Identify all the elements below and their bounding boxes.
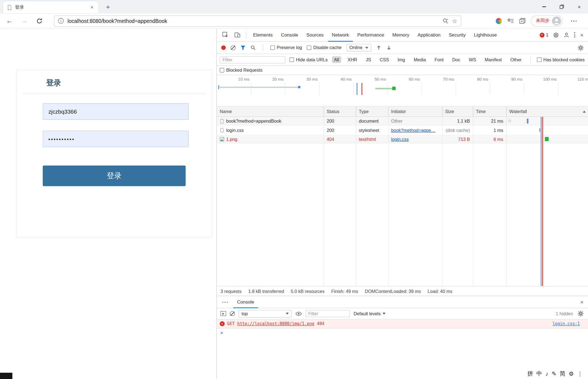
network-settings-gear-icon[interactable] bbox=[578, 45, 584, 51]
filter-font[interactable]: Font bbox=[432, 56, 446, 63]
ime-sound-icon[interactable]: ♪ bbox=[546, 371, 548, 377]
devtools-tab-application[interactable]: Application bbox=[414, 28, 444, 41]
error-url-link[interactable]: http://localhost:8080/img/1.png bbox=[237, 321, 314, 326]
search-sparkle-icon[interactable] bbox=[442, 18, 448, 24]
column-name[interactable]: Name bbox=[217, 107, 324, 116]
console-sidebar-icon[interactable] bbox=[220, 311, 226, 316]
devtools-tab-console[interactable]: Console bbox=[277, 28, 302, 41]
user-settings-icon[interactable] bbox=[564, 32, 569, 38]
network-request-row[interactable]: 1.png 404 text/html login.css 713 B 6 ms bbox=[217, 135, 588, 144]
preserve-log-checkbox[interactable] bbox=[270, 46, 275, 50]
devtools-tab-security[interactable]: Security bbox=[445, 28, 470, 41]
filter-doc[interactable]: Doc bbox=[450, 56, 463, 63]
tab-close-icon[interactable]: × bbox=[89, 5, 94, 10]
filter-other[interactable]: Other bbox=[508, 56, 524, 63]
timeline-label: 10 ms bbox=[227, 77, 249, 81]
filter-css[interactable]: CSS bbox=[377, 56, 391, 63]
throttling-select[interactable]: Online bbox=[347, 44, 372, 51]
devtools-close-icon[interactable]: × bbox=[580, 32, 583, 38]
error-source-link[interactable]: login.css:1 bbox=[552, 321, 585, 326]
profile-button[interactable]: 未同步 bbox=[531, 15, 563, 26]
devtools-tab-performance[interactable]: Performance bbox=[354, 28, 388, 41]
ime-pen-icon[interactable]: ✎ bbox=[552, 370, 556, 377]
drawer-menu-icon[interactable]: ··· bbox=[219, 299, 232, 305]
hide-data-urls-checkbox[interactable] bbox=[290, 57, 294, 62]
ime-pinyin-icon[interactable]: 拼 bbox=[528, 370, 533, 377]
extension-icon[interactable] bbox=[496, 18, 502, 24]
username-field[interactable] bbox=[43, 103, 189, 120]
column-time[interactable]: Time bbox=[473, 107, 506, 116]
tab-title: 登录 bbox=[15, 4, 86, 10]
console-settings-gear-icon[interactable] bbox=[578, 311, 584, 317]
site-info-icon[interactable]: i bbox=[58, 18, 64, 24]
column-status[interactable]: Status bbox=[324, 107, 356, 116]
minimize-button[interactable] bbox=[535, 0, 553, 14]
filter-img[interactable]: Img bbox=[395, 56, 407, 63]
network-request-row[interactable]: login.css 200 stylesheet book?method=app… bbox=[217, 126, 588, 135]
column-size[interactable]: Size bbox=[442, 107, 473, 116]
drawer-close-icon[interactable]: × bbox=[580, 299, 583, 305]
filter-js[interactable]: JS bbox=[363, 56, 373, 63]
settings-gear-icon[interactable] bbox=[553, 32, 559, 38]
blocked-requests-checkbox[interactable] bbox=[220, 68, 224, 72]
forward-button[interactable]: → bbox=[18, 14, 31, 27]
live-expression-eye-icon[interactable] bbox=[296, 311, 302, 316]
devtools-tab-lighthouse[interactable]: Lighthouse bbox=[470, 28, 501, 41]
console-prompt[interactable]: > bbox=[217, 328, 588, 337]
filter-manifest[interactable]: Manifest bbox=[482, 56, 504, 63]
login-title: 登录 bbox=[46, 78, 61, 88]
browser-menu-button[interactable]: ··· bbox=[568, 14, 581, 27]
filter-all[interactable]: All bbox=[332, 56, 341, 63]
log-levels-select[interactable]: Default levels bbox=[354, 311, 385, 316]
search-icon[interactable] bbox=[250, 45, 256, 50]
address-bar[interactable]: i localhost:8080/book?method=appendBook … bbox=[54, 15, 461, 26]
column-waterfall[interactable]: Waterfall bbox=[506, 107, 588, 116]
filter-xhr[interactable]: XHR bbox=[345, 56, 359, 63]
collections-icon[interactable] bbox=[519, 17, 526, 24]
blocked-cookies-checkbox[interactable] bbox=[537, 57, 542, 62]
ime-language-icon[interactable]: 中 bbox=[537, 370, 542, 377]
ime-simplified-icon[interactable]: 简 bbox=[560, 370, 565, 377]
disable-cache-checkbox[interactable] bbox=[307, 46, 311, 50]
export-har-icon[interactable] bbox=[387, 45, 392, 50]
network-timeline-overview[interactable]: 10 ms 20 ms 30 ms 40 ms 50 ms 60 ms 70 m… bbox=[217, 75, 588, 107]
import-har-icon[interactable] bbox=[376, 45, 381, 50]
summary-dcl: DOMContentLoaded: 39 ms bbox=[365, 289, 421, 294]
network-filter-input[interactable] bbox=[220, 56, 285, 63]
context-select[interactable]: top bbox=[238, 310, 292, 317]
reload-button[interactable] bbox=[33, 14, 46, 27]
inspect-icon[interactable] bbox=[220, 32, 231, 38]
devtools-tab-sources[interactable]: Sources bbox=[303, 28, 327, 41]
login-button[interactable]: 登录 bbox=[43, 166, 186, 186]
window-close-button[interactable]: × bbox=[570, 0, 588, 14]
network-request-row[interactable]: book?method=appendBook 200 document Othe… bbox=[217, 117, 588, 126]
filter-funnel-icon[interactable] bbox=[240, 45, 246, 50]
record-button[interactable] bbox=[221, 46, 226, 50]
device-toolbar-icon[interactable] bbox=[232, 32, 243, 38]
drawer-tab-console[interactable]: Console bbox=[233, 296, 258, 308]
filter-ws[interactable]: WS bbox=[467, 56, 478, 63]
devtools-tab-memory[interactable]: Memory bbox=[389, 28, 413, 41]
clear-icon[interactable] bbox=[231, 45, 235, 50]
browser-tab[interactable]: 登录 × bbox=[3, 1, 98, 13]
initiator-link[interactable]: book?method=appe… bbox=[391, 128, 436, 133]
error-badge[interactable]: × 1 bbox=[540, 32, 549, 37]
overview-request-dot bbox=[298, 86, 300, 88]
column-type[interactable]: Type bbox=[356, 107, 388, 116]
column-initiator[interactable]: Initiator bbox=[388, 107, 442, 116]
restore-button[interactable] bbox=[553, 0, 571, 14]
ime-more-icon[interactable]: ⋮ bbox=[577, 370, 583, 377]
filter-media[interactable]: Media bbox=[411, 56, 428, 63]
devtools-menu-icon[interactable] bbox=[574, 32, 575, 37]
devtools-tab-elements[interactable]: Elements bbox=[249, 28, 276, 41]
favorites-icon[interactable] bbox=[507, 17, 514, 24]
password-field[interactable] bbox=[43, 131, 189, 147]
clear-console-icon[interactable] bbox=[230, 311, 235, 316]
devtools-tab-network[interactable]: Network bbox=[328, 28, 353, 41]
favorite-star-icon[interactable]: ☆ bbox=[452, 17, 457, 24]
console-filter-input[interactable] bbox=[306, 310, 350, 317]
new-tab-button[interactable]: + bbox=[103, 2, 113, 13]
initiator-link[interactable]: login.css bbox=[391, 137, 409, 142]
back-button[interactable]: ← bbox=[3, 14, 16, 27]
ime-settings-icon[interactable]: ⚙ bbox=[569, 370, 574, 377]
